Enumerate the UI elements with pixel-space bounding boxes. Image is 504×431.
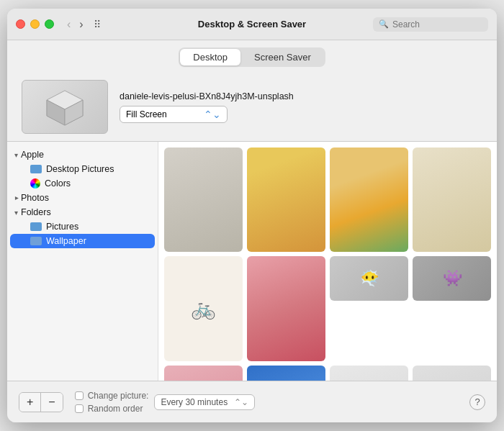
folder-icon [30, 237, 42, 245]
chevron-icon: ⌃⌄ [204, 109, 221, 120]
sidebar-item-label: Pictures [46, 222, 78, 232]
search-input[interactable] [392, 19, 482, 30]
checkbox-area: Change picture: Random order [75, 391, 149, 414]
wallpaper-cell[interactable] [164, 148, 243, 252]
folder-icon [30, 165, 42, 173]
sidebar: ▾ Apple Desktop Pictures Colors ▾ Photos… [7, 142, 158, 381]
forward-button[interactable]: › [76, 17, 86, 32]
wallpaper-cell[interactable] [164, 366, 243, 381]
sidebar-item-pictures[interactable]: Pictures [10, 219, 155, 234]
traffic-lights [16, 19, 54, 29]
wallpaper-cell[interactable] [247, 256, 325, 360]
sidebar-item-colors[interactable]: Colors [10, 176, 155, 191]
group-label-apple: Apple [21, 150, 44, 160]
group-label-folders: Folders [21, 207, 51, 217]
colors-icon [30, 178, 40, 189]
arrow-icon: ▾ [14, 209, 18, 217]
change-picture-checkbox[interactable] [75, 391, 84, 400]
preview-area: daniele-levis-pelusi-BXn8J4yjh3M-unsplas… [7, 73, 497, 141]
random-order-checkbox[interactable] [75, 404, 84, 413]
search-icon: 🔍 [379, 19, 389, 29]
random-order-label: Random order [88, 404, 143, 414]
random-order-row: Random order [75, 404, 149, 414]
wallpaper-cell[interactable]: 👾 [413, 256, 491, 300]
nav-buttons: ‹ › [64, 17, 86, 32]
wallpaper-cell[interactable]: 🚲 [164, 256, 243, 360]
arrow-icon: ▾ [14, 151, 18, 159]
remove-button[interactable]: − [41, 393, 62, 412]
tab-desktop[interactable]: Desktop [180, 49, 240, 65]
preview-info: daniele-levis-pelusi-BXn8J4yjh3M-unsplas… [120, 91, 294, 123]
search-box[interactable]: 🔍 [373, 17, 488, 32]
titlebar: ‹ › ⠿ Desktop & Screen Saver 🔍 [7, 9, 497, 40]
change-picture-label: Change picture: [88, 391, 149, 401]
wallpaper-cell[interactable] [413, 366, 491, 381]
wallpaper-cell[interactable] [247, 366, 325, 381]
tabbar: Desktop Screen Saver [7, 40, 497, 73]
help-button[interactable]: ? [469, 394, 485, 410]
preview-thumbnail [22, 80, 108, 134]
back-button[interactable]: ‹ [64, 17, 73, 32]
folder-icon [30, 222, 42, 231]
sidebar-item-label: Wallpaper [46, 236, 86, 246]
wallpaper-grid: 🚲 😶‍🌫️ 👾 [164, 148, 491, 381]
sidebar-item-label: Colors [45, 178, 71, 189]
window-title: Desktop & Screen Saver [198, 19, 306, 30]
change-picture-row-label: Change picture: [75, 391, 149, 401]
wallpaper-cell[interactable] [330, 366, 408, 381]
group-label-photos: Photos [21, 193, 49, 203]
sidebar-item-wallpaper[interactable]: Wallpaper [10, 234, 155, 248]
sidebar-group-folders[interactable]: ▾ Folders [7, 205, 158, 219]
arrow-icon: ▾ [12, 196, 20, 200]
cube-icon [43, 87, 86, 127]
minimize-button[interactable] [30, 19, 40, 29]
chevron-icon: ⌃⌄ [234, 397, 248, 407]
pacman-icon: 😶‍🌫️ [360, 269, 378, 288]
change-picture-row: Change picture: Random order Every 30 mi… [75, 391, 458, 414]
fill-dropdown[interactable]: Fill Screen ⌃⌄ [120, 106, 228, 123]
grid-icon: ⠿ [94, 19, 101, 30]
wallpaper-cell[interactable]: 😶‍🌫️ [330, 256, 408, 300]
sidebar-group-apple[interactable]: ▾ Apple [7, 148, 158, 162]
tab-group: Desktop Screen Saver [179, 47, 325, 67]
sidebar-item-desktop-pictures[interactable]: Desktop Pictures [10, 162, 155, 176]
plus-minus-controls: + − [19, 392, 63, 412]
tab-screensaver[interactable]: Screen Saver [241, 49, 324, 65]
interval-label: Every 30 minutes [161, 397, 228, 407]
sidebar-group-photos[interactable]: ▾ Photos [7, 191, 158, 205]
wallpaper-cell[interactable] [413, 148, 491, 252]
interval-dropdown[interactable]: Every 30 minutes ⌃⌄ [154, 394, 255, 410]
main-window: ‹ › ⠿ Desktop & Screen Saver 🔍 Desktop S… [7, 9, 497, 422]
bottom-bar: + − Change picture: Random order Every 3… [7, 381, 497, 422]
wallpaper-grid-area[interactable]: 🚲 😶‍🌫️ 👾 [158, 142, 497, 381]
pacman-ghost-icon: 👾 [443, 269, 461, 288]
main-content: ▾ Apple Desktop Pictures Colors ▾ Photos… [7, 141, 497, 381]
maximize-button[interactable] [45, 19, 54, 29]
wallpaper-cell[interactable] [330, 148, 408, 252]
wallpaper-cell[interactable] [247, 148, 325, 252]
preview-filename: daniele-levis-pelusi-BXn8J4yjh3M-unsplas… [120, 91, 294, 101]
close-button[interactable] [16, 19, 25, 29]
add-button[interactable]: + [19, 393, 41, 412]
fill-option-label: Fill Screen [126, 109, 167, 119]
sidebar-item-label: Desktop Pictures [46, 164, 114, 174]
